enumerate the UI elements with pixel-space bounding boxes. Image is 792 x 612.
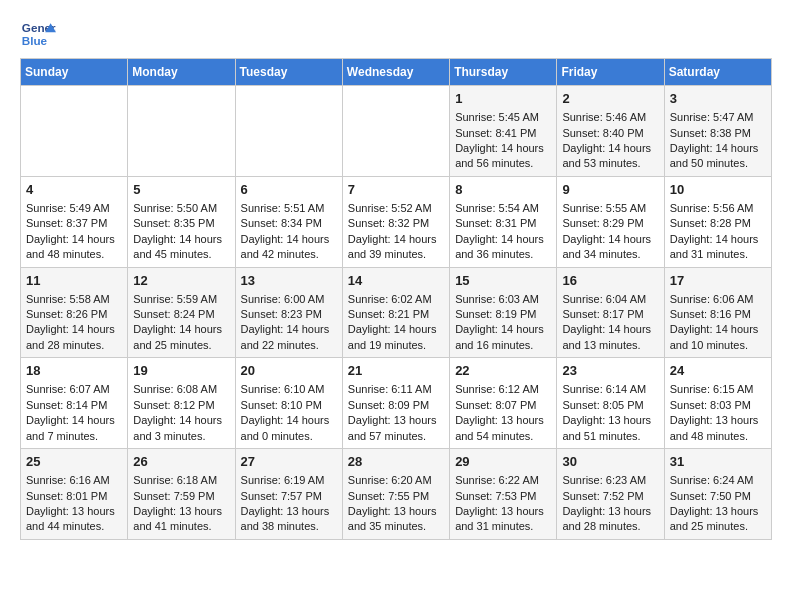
day-number: 1 [455, 90, 551, 108]
day-info: Sunrise: 6:03 AM [455, 292, 551, 307]
day-info: Daylight: 13 hours [670, 504, 766, 519]
column-header-saturday: Saturday [664, 59, 771, 86]
day-info: Sunset: 7:53 PM [455, 489, 551, 504]
day-info: Daylight: 14 hours [26, 413, 122, 428]
day-info: and 28 minutes. [26, 338, 122, 353]
calendar-header-row: SundayMondayTuesdayWednesdayThursdayFrid… [21, 59, 772, 86]
day-info: Sunrise: 5:52 AM [348, 201, 444, 216]
day-number: 30 [562, 453, 658, 471]
day-info: and 51 minutes. [562, 429, 658, 444]
day-info: Daylight: 13 hours [455, 504, 551, 519]
day-info: Sunset: 7:52 PM [562, 489, 658, 504]
day-number: 8 [455, 181, 551, 199]
day-info: Sunrise: 5:49 AM [26, 201, 122, 216]
calendar-cell: 19Sunrise: 6:08 AMSunset: 8:12 PMDayligh… [128, 358, 235, 449]
day-info: and 7 minutes. [26, 429, 122, 444]
day-number: 31 [670, 453, 766, 471]
calendar-cell: 10Sunrise: 5:56 AMSunset: 8:28 PMDayligh… [664, 176, 771, 267]
day-info: Sunrise: 5:55 AM [562, 201, 658, 216]
day-number: 24 [670, 362, 766, 380]
calendar-cell: 26Sunrise: 6:18 AMSunset: 7:59 PMDayligh… [128, 449, 235, 540]
day-info: Sunset: 8:19 PM [455, 307, 551, 322]
calendar-cell [235, 86, 342, 177]
day-info: Daylight: 13 hours [670, 413, 766, 428]
day-info: Daylight: 14 hours [670, 322, 766, 337]
svg-text:Blue: Blue [22, 34, 48, 47]
calendar-cell: 6Sunrise: 5:51 AMSunset: 8:34 PMDaylight… [235, 176, 342, 267]
day-info: Sunset: 8:23 PM [241, 307, 337, 322]
calendar-cell: 5Sunrise: 5:50 AMSunset: 8:35 PMDaylight… [128, 176, 235, 267]
day-info: Sunset: 8:35 PM [133, 216, 229, 231]
day-info: Sunset: 8:14 PM [26, 398, 122, 413]
day-info: and 16 minutes. [455, 338, 551, 353]
column-header-thursday: Thursday [450, 59, 557, 86]
day-info: Sunrise: 6:07 AM [26, 382, 122, 397]
day-info: Sunset: 8:01 PM [26, 489, 122, 504]
day-number: 10 [670, 181, 766, 199]
day-info: Daylight: 14 hours [455, 232, 551, 247]
day-number: 26 [133, 453, 229, 471]
calendar-cell: 2Sunrise: 5:46 AMSunset: 8:40 PMDaylight… [557, 86, 664, 177]
day-info: Sunrise: 6:00 AM [241, 292, 337, 307]
day-info: Sunrise: 6:12 AM [455, 382, 551, 397]
day-info: Sunset: 7:59 PM [133, 489, 229, 504]
day-number: 16 [562, 272, 658, 290]
day-info: Sunset: 8:09 PM [348, 398, 444, 413]
day-number: 23 [562, 362, 658, 380]
day-info: Sunrise: 6:06 AM [670, 292, 766, 307]
day-info: and 56 minutes. [455, 156, 551, 171]
calendar-cell [21, 86, 128, 177]
calendar-cell: 14Sunrise: 6:02 AMSunset: 8:21 PMDayligh… [342, 267, 449, 358]
day-info: Daylight: 14 hours [26, 322, 122, 337]
day-info: Sunset: 8:16 PM [670, 307, 766, 322]
day-info: Daylight: 13 hours [348, 504, 444, 519]
day-number: 21 [348, 362, 444, 380]
day-number: 11 [26, 272, 122, 290]
day-info: and 19 minutes. [348, 338, 444, 353]
day-number: 20 [241, 362, 337, 380]
calendar-cell: 11Sunrise: 5:58 AMSunset: 8:26 PMDayligh… [21, 267, 128, 358]
day-info: Daylight: 14 hours [241, 322, 337, 337]
day-info: Sunset: 8:21 PM [348, 307, 444, 322]
day-info: Sunrise: 6:22 AM [455, 473, 551, 488]
day-number: 14 [348, 272, 444, 290]
day-info: Daylight: 14 hours [455, 322, 551, 337]
day-info: Daylight: 13 hours [348, 413, 444, 428]
day-info: Sunset: 8:41 PM [455, 126, 551, 141]
day-info: and 48 minutes. [670, 429, 766, 444]
calendar-cell: 21Sunrise: 6:11 AMSunset: 8:09 PMDayligh… [342, 358, 449, 449]
day-info: Daylight: 14 hours [562, 322, 658, 337]
day-number: 4 [26, 181, 122, 199]
day-info: Daylight: 14 hours [348, 322, 444, 337]
day-info: and 25 minutes. [670, 519, 766, 534]
calendar-cell: 15Sunrise: 6:03 AMSunset: 8:19 PMDayligh… [450, 267, 557, 358]
day-info: and 38 minutes. [241, 519, 337, 534]
day-number: 2 [562, 90, 658, 108]
day-number: 19 [133, 362, 229, 380]
day-info: and 31 minutes. [670, 247, 766, 262]
column-header-tuesday: Tuesday [235, 59, 342, 86]
day-info: Sunset: 8:26 PM [26, 307, 122, 322]
day-info: Sunrise: 6:16 AM [26, 473, 122, 488]
calendar-cell: 18Sunrise: 6:07 AMSunset: 8:14 PMDayligh… [21, 358, 128, 449]
day-info: Sunset: 8:05 PM [562, 398, 658, 413]
day-info: Daylight: 14 hours [670, 141, 766, 156]
day-info: Sunset: 8:17 PM [562, 307, 658, 322]
calendar-week-3: 11Sunrise: 5:58 AMSunset: 8:26 PMDayligh… [21, 267, 772, 358]
day-info: Sunset: 8:38 PM [670, 126, 766, 141]
day-info: Daylight: 14 hours [26, 232, 122, 247]
calendar-week-2: 4Sunrise: 5:49 AMSunset: 8:37 PMDaylight… [21, 176, 772, 267]
day-info: Sunrise: 5:59 AM [133, 292, 229, 307]
day-number: 15 [455, 272, 551, 290]
day-number: 22 [455, 362, 551, 380]
day-info: Sunrise: 6:02 AM [348, 292, 444, 307]
day-info: and 36 minutes. [455, 247, 551, 262]
calendar-cell: 8Sunrise: 5:54 AMSunset: 8:31 PMDaylight… [450, 176, 557, 267]
day-info: Sunrise: 5:47 AM [670, 110, 766, 125]
day-info: Sunset: 8:12 PM [133, 398, 229, 413]
day-info: Sunrise: 5:54 AM [455, 201, 551, 216]
day-info: and 22 minutes. [241, 338, 337, 353]
calendar-cell: 28Sunrise: 6:20 AMSunset: 7:55 PMDayligh… [342, 449, 449, 540]
day-info: and 3 minutes. [133, 429, 229, 444]
day-info: and 48 minutes. [26, 247, 122, 262]
